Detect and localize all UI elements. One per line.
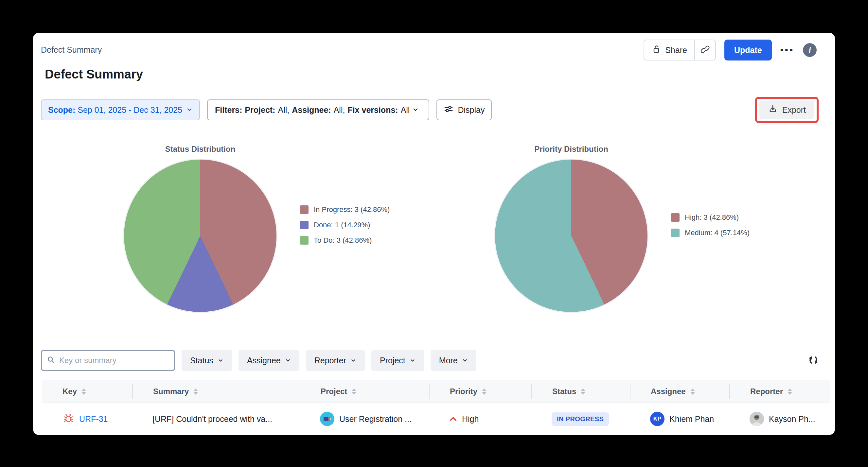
lock-open-icon — [651, 44, 661, 56]
filters-dropdown[interactable]: Filters: Project: All, Assignee: All, Fi… — [207, 99, 429, 120]
chevron-down-icon — [218, 356, 223, 365]
legend-item: Done: 1 (14.29%) — [300, 221, 390, 229]
key-cell: URF-31 — [42, 412, 132, 426]
search-input[interactable] — [59, 356, 169, 365]
export-button[interactable]: Export — [760, 101, 814, 119]
project-avatar — [320, 412, 334, 426]
column-header-priority[interactable]: Priority — [429, 384, 531, 399]
sort-icon — [787, 389, 792, 395]
filters-project-value: All, — [278, 105, 289, 115]
legend-swatch — [671, 213, 680, 222]
filters-fixversions-label: Fix versions: — [347, 105, 398, 115]
column-header-summary[interactable]: Summary — [132, 384, 300, 399]
status-chart-title: Status Distribution — [124, 144, 276, 154]
sliders-icon — [444, 104, 454, 116]
legend-swatch — [300, 236, 309, 245]
export-button-label: Export — [782, 105, 806, 115]
legend-swatch — [671, 229, 680, 237]
legend-item: Medium: 4 (57.14%) — [671, 229, 750, 237]
summary-cell[interactable]: [URF] Couldn't proceed with va... — [132, 414, 300, 424]
legend-swatch — [300, 221, 309, 229]
dashboard-card: Defect Summary Share — [33, 33, 835, 435]
column-header-label: Summary — [153, 387, 189, 396]
legend-swatch — [300, 205, 309, 214]
refresh-button[interactable] — [807, 354, 820, 368]
priority-chart-legend: High: 3 (42.86%) Medium: 4 (57.14%) — [671, 213, 750, 237]
sort-icon — [352, 389, 356, 395]
assignee-cell: KP Khiem Phan — [630, 412, 729, 426]
search-icon — [47, 356, 55, 365]
priority-cell: High — [429, 414, 531, 424]
update-button[interactable]: Update — [724, 40, 772, 61]
filters-assignee-value: All, — [334, 105, 345, 115]
reporter-avatar — [750, 412, 764, 426]
link-icon — [700, 44, 710, 56]
table-row: URF-31 [URF] Couldn't proceed with va...… — [42, 403, 830, 435]
project-filter-label: Project — [380, 356, 405, 365]
reporter-filter-dropdown[interactable]: Reporter — [306, 350, 365, 371]
legend-label: To Do: 3 (42.86%) — [314, 236, 372, 245]
project-name[interactable]: User Registration ... — [339, 414, 411, 424]
bug-icon — [62, 412, 74, 426]
column-header-assignee[interactable]: Assignee — [630, 384, 729, 399]
chevron-down-icon — [285, 356, 291, 365]
export-highlight-annotation: Export — [755, 97, 818, 123]
priority-chart-title: Priority Distribution — [495, 144, 648, 154]
project-filter-dropdown[interactable]: Project — [371, 350, 424, 371]
status-pie-chart[interactable] — [124, 160, 276, 312]
column-header-label: Assignee — [651, 387, 686, 396]
column-header-status[interactable]: Status — [531, 384, 630, 399]
reporter-cell: Kayson Ph... — [729, 412, 830, 426]
status-filter-label: Status — [190, 356, 213, 365]
share-button[interactable]: Share — [644, 40, 694, 60]
column-header-reporter[interactable]: Reporter — [729, 384, 830, 399]
share-button-group: Share — [644, 40, 716, 61]
table-header-row: Key Summary Project Priority Status Assi… — [42, 380, 830, 403]
copy-link-button[interactable] — [695, 40, 715, 60]
status-badge: IN PROGRESS — [552, 412, 609, 426]
sort-icon — [581, 389, 585, 395]
assignee-filter-dropdown[interactable]: Assignee — [239, 350, 299, 371]
priority-high-icon — [449, 414, 457, 424]
page-title: Defect Summary — [45, 67, 143, 81]
sort-icon — [690, 389, 695, 395]
issues-table: Key Summary Project Priority Status Assi… — [42, 380, 830, 435]
legend-label: Done: 1 (14.29%) — [314, 221, 370, 229]
filters-label: Filters: — [215, 105, 242, 115]
table-filter-row: Status Assignee Reporter Project More — [41, 350, 820, 371]
sort-icon — [193, 389, 198, 395]
display-button[interactable]: Display — [436, 99, 492, 120]
project-cell: User Registration ... — [300, 412, 429, 426]
chevron-down-icon — [186, 105, 193, 115]
assignee-avatar: KP — [650, 412, 664, 426]
chevron-down-icon — [410, 356, 415, 365]
search-box — [41, 350, 175, 371]
chevron-down-icon — [350, 356, 356, 365]
column-header-label: Reporter — [750, 387, 783, 396]
column-header-project[interactable]: Project — [300, 384, 429, 399]
status-filter-dropdown[interactable]: Status — [182, 350, 232, 371]
scope-label: Scope: — [48, 105, 75, 114]
reporter-name: Kayson Ph... — [769, 414, 815, 424]
priority-pie-chart[interactable] — [495, 160, 648, 312]
legend-label: Medium: 4 (57.14%) — [685, 229, 750, 237]
refresh-icon — [807, 354, 820, 368]
issue-key-link[interactable]: URF-31 — [79, 414, 108, 424]
legend-item: High: 3 (42.86%) — [671, 213, 750, 222]
status-cell: IN PROGRESS — [531, 412, 630, 426]
download-icon — [768, 104, 778, 116]
display-button-label: Display — [458, 105, 485, 115]
more-filters-dropdown[interactable]: More — [431, 350, 476, 371]
scope-dropdown[interactable]: Scope: Sep 01, 2025 - Dec 31, 2025 — [41, 99, 200, 120]
filters-assignee-label: Assignee: — [292, 105, 331, 115]
info-icon[interactable]: i — [803, 43, 817, 57]
scope-value: Sep 01, 2025 - Dec 31, 2025 — [78, 105, 182, 114]
legend-item: To Do: 3 (42.86%) — [300, 236, 390, 245]
column-header-key[interactable]: Key — [42, 384, 132, 399]
legend-label: High: 3 (42.86%) — [685, 213, 739, 222]
legend-label: In Progress: 3 (42.86%) — [314, 205, 390, 214]
reporter-filter-label: Reporter — [314, 356, 346, 365]
more-menu-button[interactable]: ••• — [780, 45, 795, 55]
column-header-label: Priority — [450, 387, 477, 396]
breadcrumb: Defect Summary — [41, 45, 102, 55]
